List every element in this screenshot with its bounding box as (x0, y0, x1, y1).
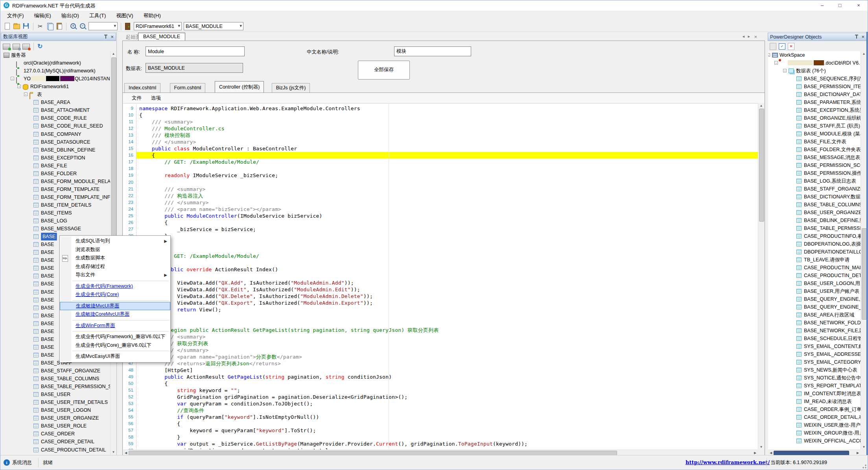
copy-icon[interactable] (46, 22, 53, 30)
tab-scroll-right-icon[interactable]: ▸ (748, 34, 750, 39)
tree-item[interactable]: 服务器 (0, 51, 110, 59)
tree-item[interactable]: BASE_EXCEPTION,系统异常 (768, 106, 861, 114)
tree-item[interactable]: CASE_PRODUCTIN_MAIN, (768, 264, 861, 272)
tree-item[interactable]: CASE_ORDER,事例_订单管 (768, 405, 861, 413)
tree-item[interactable]: BASE_COMPANY (0, 130, 110, 138)
tree-item[interactable]: -YOQL2014INSTANCE(SQL200 (0, 75, 110, 83)
tree-item[interactable]: SYS_NOTICE,通知公告中心 (768, 374, 861, 382)
tree-item[interactable]: -表 (0, 91, 110, 98)
tree-item[interactable]: BASE_MESSAGE (0, 225, 110, 233)
tree-item[interactable]: BASE_LOG,系统日志表 (768, 177, 861, 185)
tree-item[interactable]: BASE_USER (0, 390, 110, 398)
tree-item[interactable]: BASE_CODE_RULE (0, 114, 110, 122)
name-input[interactable] (146, 46, 245, 56)
tree-item[interactable]: BASE_DICTIONARY_DATA, (768, 91, 861, 98)
table-combo[interactable]: BASE_MODULE (184, 22, 243, 30)
context-menu-item-1[interactable]: 浏览表数据 (60, 246, 170, 254)
tree-item[interactable]: BASE_FILE,文件表 (768, 138, 861, 146)
tree-item[interactable]: CASE_ORDER_DETAIL (0, 438, 110, 446)
tree-item[interactable]: BASE_PERMISSION,操作权 (768, 169, 861, 177)
menu-file[interactable]: 文件(F) (2, 11, 29, 21)
tree-item[interactable]: BASE_FILE (0, 162, 110, 170)
save-icon[interactable] (22, 22, 30, 30)
tree-item[interactable]: BASE_DBLINK_DEFINE,数据 (768, 216, 861, 224)
code-editor[interactable]: 9namespace RDIFramework.Application.Web.… (123, 103, 758, 450)
tree-item[interactable]: BASE_AREA (0, 98, 110, 106)
tree-item[interactable]: BASE_STAFF_ORGANIZE,职 (768, 185, 861, 193)
tree-item[interactable]: BASE_DBLINK_DEFINE (0, 146, 110, 154)
expand-icon[interactable]: - (774, 61, 778, 65)
context-menu-item-9[interactable]: 生成WinForm界面 (60, 322, 170, 330)
connect-server-icon[interactable] (13, 44, 20, 50)
code-tab-3[interactable]: BizJs (js文件) (272, 83, 310, 93)
minimize-button[interactable]: – (813, 0, 831, 11)
tree-item[interactable]: CASE_ORDER_DETAIL,事例 (768, 413, 861, 421)
project-combo[interactable]: RDIFramework61 (134, 22, 182, 30)
tree-item[interactable]: SYS_EMAIL_CATEGORY,邮 (768, 358, 861, 366)
tree-item[interactable]: CASE_PRODUCTIN_DETAIL (0, 446, 110, 454)
tree-item[interactable]: BASE_NETWORK_FOLDER (768, 319, 861, 327)
tree-item[interactable]: BASE_DICTIONARY,数据字 (768, 193, 861, 201)
right-tree-hscrollbar[interactable]: ◀ ▶ (768, 450, 861, 455)
paste-icon[interactable] (55, 22, 63, 30)
tree-item[interactable]: BASE_TABLE_COLUMNS (0, 375, 110, 383)
menu-edit[interactable]: 编辑(E) (29, 11, 56, 21)
check-model-icon[interactable]: ✓ (779, 43, 785, 50)
tree-item[interactable]: -.doc\Db\RDI V6. (768, 59, 861, 67)
code-tab-0[interactable]: Index.cshtml (124, 83, 160, 93)
tab-scroll-left-icon[interactable]: ◂ (742, 34, 745, 39)
menu-help[interactable]: 帮助(H) (138, 11, 166, 21)
tree-item[interactable]: WEIXIN_OFFICIAL_ACCOU (768, 437, 861, 445)
quick-combo[interactable] (88, 22, 118, 30)
context-menu-item-4[interactable]: 导出文件▶ (60, 271, 170, 279)
tab-close-icon[interactable]: × (754, 34, 757, 40)
tree-item[interactable]: WEIXIN_GROUP,微信-用户 (768, 429, 861, 437)
tree-item[interactable]: BASE_LOG (0, 217, 110, 225)
expand-icon[interactable]: - (11, 77, 14, 80)
tree-item[interactable]: BASE_FOLDER,文件夹表 (768, 146, 861, 154)
tree-item[interactable]: BASE_ITEMS (0, 209, 110, 217)
tree-item[interactable]: IM_CONTENT,即时消息表 (768, 390, 861, 398)
editor-menu-0[interactable]: 文件 (128, 94, 146, 103)
expand-icon[interactable]: - (768, 53, 770, 57)
tree-item[interactable]: BASE_USER_ORGANIZE,用 (768, 209, 861, 216)
tree-item[interactable]: WEIXIN_USER,微信-用户基 (768, 421, 861, 429)
editor-vscrollbar[interactable]: ▲▼ (758, 103, 764, 450)
tree-item[interactable]: BASE_CODE_RULE_SEED (0, 122, 110, 130)
close-button[interactable]: × (849, 0, 868, 11)
tree-item[interactable]: BASE_USER_LOGON (0, 406, 110, 414)
panel-close-icon[interactable]: × (111, 34, 114, 39)
menu-tools[interactable]: 工具(T) (84, 11, 111, 21)
context-menu-item-7[interactable]: 生成敏捷MvcUI界面 (60, 302, 170, 311)
tree-item[interactable]: BASE_SCHEDULE,日程管理 (768, 335, 861, 342)
cut-icon[interactable]: ✂ (37, 22, 44, 30)
editor-hscrollbar[interactable]: ◀ ▶ (123, 450, 758, 455)
context-menu-item-6[interactable]: 生成业务代码(Core) (60, 291, 170, 299)
tab-base-module[interactable]: BASE_MODULE (138, 33, 185, 41)
tree-item[interactable]: BASE_ORGANIZE,组织机构 (768, 114, 861, 122)
zoom-out-icon[interactable]: − (79, 22, 87, 30)
tree-item[interactable]: BASE_FORM_MODULE_RELATIO (0, 178, 110, 185)
zoom-in-icon[interactable]: + (70, 22, 77, 30)
tree-item[interactable]: SYS_EMAIL_CONTENT,邮件 (768, 342, 861, 350)
panel-close-icon[interactable]: × (861, 34, 864, 39)
tree-item[interactable]: -RDIFramework61 (0, 83, 110, 91)
load-model-icon[interactable] (770, 43, 776, 50)
remove-server-icon[interactable] (22, 44, 30, 50)
tree-item[interactable]: BASE_TABLE_COLUMNS,表 (768, 201, 861, 209)
table-input[interactable] (146, 63, 243, 73)
tree-item[interactable]: BASE_FORM_TEMPLATE_INFO (0, 193, 110, 201)
tree-item[interactable]: BASE_EXCEPTION (0, 154, 110, 162)
tree-item[interactable]: BASE_USER,用户账户表 (768, 287, 861, 295)
save-all-button[interactable]: 全部保存 (358, 61, 410, 80)
expand-icon[interactable]: - (24, 93, 28, 96)
context-menu-item-12[interactable]: 生成MvcEasyUI界面 (60, 352, 170, 361)
tree-item[interactable]: SYS_EMAIL_ADDRESSEE, (768, 350, 861, 358)
tree-item[interactable]: BASE_USER_ORGANIZE (0, 414, 110, 422)
tree-item[interactable]: BASE_FORM_TEMPLATE (0, 185, 110, 193)
refresh-icon[interactable]: ↻ (37, 43, 42, 50)
tree-item[interactable]: CASE_PRODUCTINFO,事例 (768, 232, 861, 240)
expand-icon[interactable]: - (17, 85, 21, 88)
menu-view[interactable]: 视图(V) (111, 11, 138, 21)
tree-item[interactable]: SYS_NEWS,新闻中心表 (768, 366, 861, 374)
